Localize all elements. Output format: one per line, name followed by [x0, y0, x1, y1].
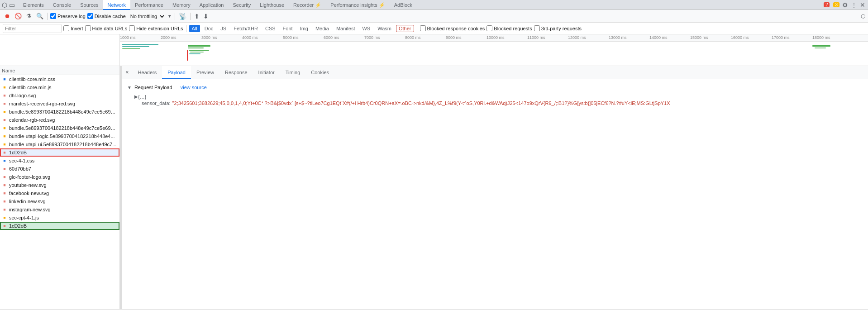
close-icon[interactable]: ✕: [860, 1, 865, 9]
hide-data-urls-checkbox[interactable]: [85, 25, 91, 31]
tab-console[interactable]: Console: [48, 0, 76, 10]
list-item[interactable]: ■ clientlib-core.min.css: [0, 75, 119, 83]
tab-memory[interactable]: Memory: [168, 0, 195, 10]
settings-icon[interactable]: ⚙: [842, 1, 848, 9]
file-name: 1cD2oB: [9, 223, 118, 229]
list-item-highlighted-red[interactable]: ■ 1cD2oB: [0, 148, 119, 157]
filter-btn-media[interactable]: Media: [313, 25, 332, 32]
payload-row-root[interactable]: ▶ {…}: [131, 94, 866, 100]
tab-recorder[interactable]: Recorder ⚡: [289, 0, 326, 10]
list-item[interactable]: ■ calendar-rgb-red.svg: [0, 116, 119, 124]
filter-btn-css[interactable]: CSS: [262, 25, 278, 32]
tab-performance-insights[interactable]: Performance insights ⚡: [326, 0, 389, 10]
list-item[interactable]: ■ bundle.5e89937004182218b448e49c7ce5e69…: [0, 124, 119, 132]
tab-initiator[interactable]: Initiator: [253, 66, 280, 79]
tab-elements[interactable]: Elements: [19, 0, 48, 10]
blocked-requests-label[interactable]: Blocked requests: [486, 25, 532, 31]
waterfall-bar-1: [122, 44, 158, 45]
third-party-label[interactable]: 3rd-party requests: [534, 25, 582, 31]
filter-btn-doc[interactable]: Doc: [202, 25, 216, 32]
tab-timing[interactable]: Timing: [280, 66, 306, 79]
disable-cache-label[interactable]: Disable cache: [87, 13, 126, 19]
list-item[interactable]: ■ clientlib-core.min.js: [0, 83, 119, 91]
preserve-log-checkbox[interactable]: [50, 13, 56, 19]
filter-btn-manifest[interactable]: Manifest: [334, 25, 358, 32]
invert-checkbox[interactable]: [63, 25, 69, 31]
payload-section-header[interactable]: ▼ Request Payload view source: [124, 81, 866, 94]
tab-payload[interactable]: Payload: [162, 66, 191, 79]
throttle-dropdown-icon[interactable]: ▼: [167, 14, 172, 19]
view-source-link[interactable]: view source: [177, 83, 210, 92]
list-item[interactable]: ■ bundle-utapi-logic.5e89937004182218b44…: [0, 132, 119, 140]
record-button[interactable]: ⏺: [3, 12, 12, 21]
filter-icon-button[interactable]: ⚗: [24, 12, 33, 21]
more-icon[interactable]: ⋮: [851, 1, 857, 9]
filter-btn-img[interactable]: Img: [297, 25, 311, 32]
inspect-icon[interactable]: ⬡: [2, 1, 7, 9]
wifi-icon[interactable]: 📡: [178, 12, 187, 21]
devtools-left-icons: ⬡ ▭: [2, 1, 15, 9]
blocked-cookies-label[interactable]: Blocked response cookies: [420, 25, 485, 31]
waterfall-bar-5: [188, 48, 204, 48]
list-item[interactable]: ■ dhl-logo.svg: [0, 91, 119, 100]
list-item[interactable]: ■ youtube-new.svg: [0, 181, 119, 189]
list-item[interactable]: ■ manifest-received-rgb-red.svg: [0, 100, 119, 108]
expand-icon[interactable]: ⬡: [861, 13, 865, 19]
tab-close-button[interactable]: ×: [122, 66, 133, 79]
hide-extension-urls-label[interactable]: Hide extension URLs: [129, 25, 183, 31]
filter-btn-wasm[interactable]: Wasm: [375, 25, 394, 32]
list-item[interactable]: ■ sec-4-1.css: [0, 157, 119, 165]
device-icon[interactable]: ▭: [9, 1, 15, 9]
devtools-tab-bar: ⬡ ▭ Elements Console Sources Network Per…: [0, 0, 868, 10]
list-item[interactable]: ■ linkedin-new.svg: [0, 197, 119, 205]
disable-cache-checkbox[interactable]: [87, 13, 93, 19]
preserve-log-label[interactable]: Preserve log: [50, 13, 86, 19]
clear-button[interactable]: 🚫: [14, 12, 23, 21]
list-item-highlighted-green[interactable]: ■ 1cD2oB: [0, 222, 119, 230]
file-name: bundle-utapi-logic.5e89937004182218b448e…: [9, 134, 118, 139]
blocked-cookies-checkbox[interactable]: [420, 25, 426, 31]
filter-input[interactable]: [3, 24, 62, 33]
list-item[interactable]: ■ facebook-new.svg: [0, 189, 119, 197]
svg-icon: ■: [2, 199, 7, 204]
blocked-requests-checkbox[interactable]: [486, 25, 492, 31]
invert-label[interactable]: Invert: [63, 25, 83, 31]
list-item[interactable]: ■ bundle.5e89937004182218b448e49c7ce5e69…: [0, 108, 119, 116]
tab-cookies[interactable]: Cookies: [305, 66, 334, 79]
filter-btn-font[interactable]: Font: [280, 25, 296, 32]
filter-btn-other[interactable]: Other: [396, 25, 414, 32]
filter-btn-all[interactable]: All: [189, 25, 200, 32]
tab-lighthouse[interactable]: Lighthouse: [255, 0, 289, 10]
throttle-select[interactable]: No throttling: [128, 13, 166, 19]
tab-application[interactable]: Application: [195, 0, 229, 10]
tab-performance[interactable]: Performance: [130, 0, 168, 10]
tab-response[interactable]: Response: [219, 66, 253, 79]
search-button[interactable]: 🔍: [35, 12, 44, 21]
list-item[interactable]: ■ bundle-utapi-ui.5e89937004182218b448e4…: [0, 140, 119, 148]
list-item[interactable]: ■ instagram-new.svg: [0, 205, 119, 214]
tab-adblock[interactable]: AdBlock: [390, 0, 417, 10]
invert-text: Invert: [71, 26, 83, 31]
filter-btn-js[interactable]: JS: [218, 25, 229, 32]
tab-network[interactable]: Network: [103, 0, 130, 10]
upload-icon[interactable]: ⬆: [193, 12, 200, 21]
tick-12000: 12000 ms: [568, 35, 586, 40]
tab-headers[interactable]: Headers: [133, 66, 162, 79]
name-column-header: Name: [2, 68, 15, 73]
filter-btn-fetch-xhr[interactable]: Fetch/XHR: [231, 25, 261, 32]
list-item[interactable]: ■ 60d70bb7: [0, 165, 119, 173]
collapse-arrow[interactable]: ▼: [127, 85, 132, 90]
xhr-icon: ■: [2, 166, 7, 172]
tab-sources[interactable]: Sources: [76, 0, 103, 10]
filter-btn-ws[interactable]: WS: [359, 25, 373, 32]
hide-extension-urls-checkbox[interactable]: [129, 25, 135, 31]
third-party-checkbox[interactable]: [534, 25, 540, 31]
hide-data-urls-label[interactable]: Hide data URLs: [85, 25, 128, 31]
tab-preview[interactable]: Preview: [191, 66, 219, 79]
list-item[interactable]: ■ glo-footer-logo.svg: [0, 173, 119, 181]
payload-root-label: {…}: [138, 94, 146, 100]
list-item[interactable]: ■ sec-cpt-4-1.js: [0, 214, 119, 222]
tab-security[interactable]: Security: [228, 0, 255, 10]
tree-arrow[interactable]: ▶: [134, 94, 138, 99]
download-icon[interactable]: ⬇: [202, 12, 210, 21]
